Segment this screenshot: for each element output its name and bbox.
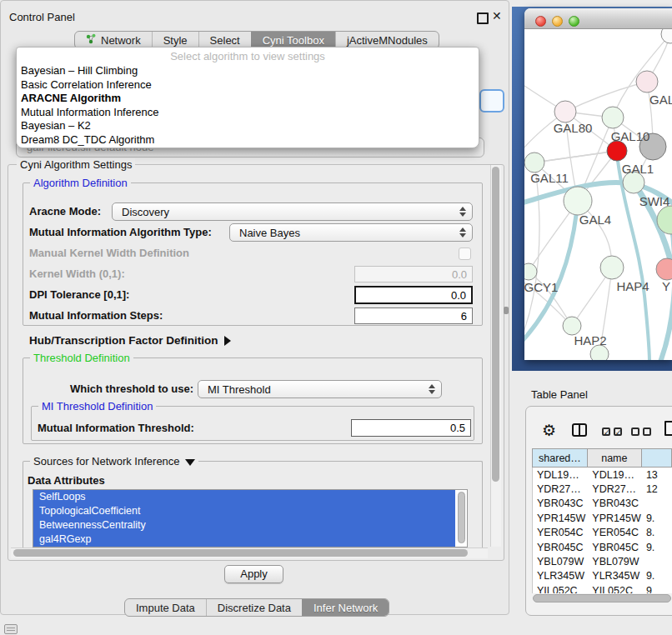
tab-infer-network[interactable]: Infer Network [302,599,389,616]
dropdown-option[interactable]: Bayesian – Hill Climbing [17,64,479,78]
list-scrollbar-thumb[interactable] [458,492,465,543]
node-table: shared… name YDL19…YDL19…13 YDR27…YDR27…… [532,448,672,593]
node-label: GAL [649,92,672,107]
network-tab-icon [86,33,97,47]
node-gal7[interactable] [636,71,658,92]
settings-vscrollbar-thumb[interactable] [492,167,499,482]
table-row[interactable]: YIL052CYIL052C9 [533,583,672,593]
node-hap2[interactable] [563,317,581,335]
deselect-all-checkbox-icon[interactable] [643,428,651,436]
collapse-down-arrow-icon [185,459,195,466]
algorithm-dropdown-popup: Select algorithm to view settings Bayesi… [16,47,479,148]
node-partial-top[interactable] [661,29,672,43]
tab-discretize-data[interactable]: Discretize Data [206,599,302,616]
aracne-mode-label: Aracne Mode: [29,205,101,218]
node-label: HAP2 [574,333,606,348]
node-gal11[interactable] [524,152,544,172]
splitpane-handle[interactable] [504,307,509,314]
table-settings-gear-icon[interactable]: ⚙ [542,421,556,440]
table-row[interactable]: YDL19…YDL19…13 [533,468,672,482]
network-window-titlebar[interactable] [524,8,672,29]
column-header-shared-name[interactable]: shared… [532,448,588,468]
table-row[interactable]: YPR145WYPR145W9. [533,511,672,525]
tab-network[interactable]: Network [75,32,152,48]
combo-stepper-icon [429,384,435,394]
select-all-checkbox-icon[interactable] [602,428,610,436]
combo-stepper-icon [459,228,466,238]
mi-steps-input[interactable] [354,308,473,324]
table-header-row: shared… name [532,448,672,468]
new-table-icon[interactable] [664,421,672,436]
focused-combo-fragment[interactable] [479,89,504,112]
close-traffic-light[interactable] [535,16,546,27]
deselect-all-checkbox-icon[interactable] [631,428,639,436]
aracne-mode-combo[interactable]: Discovery [112,202,473,221]
dpi-tolerance-label: DPI Tolerance [0,1]: [29,288,129,301]
data-attributes-list: SelfLoops TopologicalCoefficient Between… [33,489,468,548]
show-columns-icon[interactable] [572,423,587,437]
settings-group-title: Cyni Algorithm Settings [17,158,135,171]
node-hap4[interactable] [600,256,624,279]
mi-threshold-group-title: MI Threshold Definition [38,400,156,412]
column-header-name[interactable]: name [588,448,642,468]
table-row[interactable]: YBR043CYBR043C [533,497,672,511]
node-gcy1[interactable] [524,263,537,280]
kernel-width-label: Kernel Width (0,1): [29,268,125,280]
which-threshold-combo[interactable]: MI Threshold [198,380,442,398]
hub-definition-expander[interactable]: Hub/Transcription Factor Definition [29,334,231,347]
select-all-checkbox-icon[interactable] [614,428,622,436]
which-threshold-label: Which threshold to use: [70,382,193,395]
node-label: SWI4 [639,194,670,208]
node-gal4[interactable] [564,187,592,215]
settings-hscrollbar-thumb[interactable] [13,549,468,557]
node-label: GAL4 [579,212,611,227]
dropdown-option-selected[interactable]: ARACNE Algorithm [17,92,479,106]
dropdown-option[interactable]: Bayesian – K2 [17,119,479,133]
attribute-item-selected[interactable]: TopologicalCoefficient [33,504,455,518]
node-label: HAP4 [616,279,649,293]
tab-style[interactable]: Style [152,32,198,48]
collapsed-panel-icon[interactable] [4,624,18,634]
column-header-partial[interactable] [642,448,672,468]
node-label: Y [662,279,670,293]
minimize-traffic-light[interactable] [552,16,563,27]
sources-group-title[interactable]: Sources for Network Inference [30,455,198,468]
network-graph: GAL GAL80 GAL10 GAL1 GAL11 SWI4 GAL4 GCY… [524,29,672,360]
node-gal10[interactable] [602,107,624,128]
mi-threshold-input[interactable] [351,419,471,437]
table-hscrollbar-thumb[interactable] [533,594,671,602]
table-row[interactable]: YLR345WYLR345W9. [533,569,672,583]
node-red-selected[interactable] [607,141,627,161]
node-gal80[interactable] [554,101,576,122]
tab-impute-data[interactable]: Impute Data [125,599,206,616]
zoom-traffic-light[interactable] [569,16,579,27]
node-label: GCY1 [524,280,558,294]
mi-type-combo[interactable]: Naive Bayes [229,223,473,242]
attribute-item-selected[interactable]: gal4RGexp [33,532,455,547]
dropdown-option[interactable]: Dream8 DC_TDC Algorithm [17,133,479,148]
node-salmon[interactable] [656,258,672,280]
threshold-definition-title: Threshold Definition [30,352,133,364]
dropdown-prompt: Select algorithm to view settings [17,49,479,64]
apply-button[interactable]: Apply [224,565,283,583]
data-attributes-label: Data Attributes [28,474,105,487]
network-canvas[interactable]: GAL GAL80 GAL10 GAL1 GAL11 SWI4 GAL4 GCY… [524,29,672,360]
tab-jactivemnodules[interactable]: jActiveMNodules [335,32,439,48]
attribute-item-selected[interactable]: BetweennessCentrality [33,518,455,532]
table-panel-title: Table Panel [531,388,588,401]
tab-cyni-toolbox[interactable]: Cyni Toolbox [251,32,335,48]
float-window-icon[interactable] [477,12,489,24]
table-row[interactable]: YDR27…YDR27…12 [533,482,672,496]
mi-steps-label: Mutual Information Steps: [29,309,163,322]
dpi-tolerance-input[interactable] [354,286,473,304]
dropdown-option[interactable]: Basic Correlation Inference [17,78,479,92]
table-row[interactable]: YER054CYER054C8. [533,526,672,540]
control-panel: Control Panel ✕ Network Style Select Cyn… [0,0,509,615]
tab-select[interactable]: Select [198,32,251,48]
dropdown-option[interactable]: Mutual Information Inference [17,106,479,120]
attribute-item-selected[interactable]: SelfLoops [33,490,455,504]
close-icon[interactable]: ✕ [492,9,502,22]
table-row[interactable]: YBR045CYBR045C9. [533,540,672,554]
table-row[interactable]: YBL079WYBL079W [533,554,672,568]
network-view-window: GAL GAL80 GAL10 GAL1 GAL11 SWI4 GAL4 GCY… [524,8,672,360]
